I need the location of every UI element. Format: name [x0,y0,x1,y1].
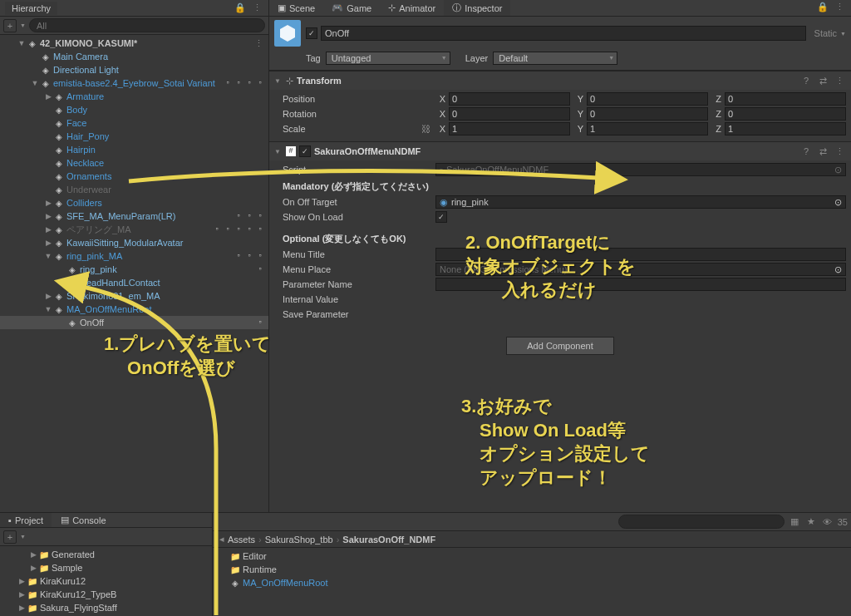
foldout-icon[interactable]: ▶ [28,550,38,559]
foldout-icon[interactable]: ▶ [43,212,53,220]
hierarchy-item[interactable]: ▶◈KawaiiSitting_ModularAvatar [0,236,268,249]
asset-row[interactable]: ◈MA_OnOffMenuRoot [213,576,851,589]
project-tab[interactable]: ▪ Project [0,513,52,527]
hierarchy-item[interactable]: ▶◈SFE_MA_MenuParam(LR)▫▫▫ [0,209,268,223]
folder-row[interactable]: ▶📁Sakura_FlyingStaff [0,601,212,614]
constrain-icon[interactable]: ⛓ [419,122,432,136]
hierarchy-item[interactable]: ▼◈ring_pink_MA▫▫▫ [0,249,268,263]
menu-place-field[interactable]: None (VRC Expressions Menu)⊙ [435,263,846,276]
component-menu-icon[interactable]: ⋮ [833,74,846,87]
static-dropdown-icon[interactable]: ▼ [840,31,846,37]
preset-icon[interactable]: ⇄ [816,145,829,158]
foldout-icon[interactable]: ▼ [43,305,53,313]
object-picker-icon[interactable]: ⊙ [834,165,842,175]
folder-row[interactable]: ▶📁Sample [0,561,212,574]
hierarchy-search-input[interactable] [29,18,265,32]
folder-row[interactable]: ▶📁KiraKuru12 [0,574,212,588]
hierarchy-menu-icon[interactable]: ⋮ [250,2,263,15]
tab-scene[interactable]: ▣Scene [269,0,323,16]
add-component-button[interactable]: Add Component [506,337,614,355]
foldout-icon[interactable]: ▼ [274,77,283,85]
position-y-field[interactable] [587,92,708,106]
show-on-load-checkbox[interactable]: ✓ [435,211,447,223]
foldout-icon[interactable]: ▶ [43,225,53,234]
help-icon[interactable]: ? [799,145,813,158]
breadcrumb-root[interactable]: Assets [228,535,255,545]
foldout-icon[interactable]: ▶ [43,92,53,101]
preset-icon[interactable]: ⇄ [816,74,829,87]
scale-x-field[interactable] [449,122,570,136]
menu-title-field[interactable] [435,248,846,261]
inspector-menu-icon[interactable]: ⋮ [833,0,846,13]
add-asset-button[interactable]: + [3,530,17,544]
hierarchy-item[interactable]: ◈OnOff▫ [0,316,268,329]
favorite-icon[interactable]: ★ [804,515,818,529]
tab-inspector[interactable]: ⓘInspector [444,0,510,16]
tag-dropdown[interactable]: Untagged [326,52,450,65]
position-x-field[interactable] [449,92,570,106]
hierarchy-item[interactable]: ▶◈Armature [0,90,268,103]
add-menu-button[interactable]: + [3,19,17,32]
foldout-icon[interactable]: ▼ [43,252,53,260]
hierarchy-item[interactable]: ◈Necklace [0,156,268,170]
onoff-target-field[interactable]: ◉ ring_pink ⊙ [435,195,846,209]
scene-row[interactable]: ▼ ◈ 42_KIMONO_KASUMI* ⋮ [0,37,268,50]
foldout-icon[interactable]: ▼ [274,148,283,155]
foldout-icon[interactable]: ▶ [17,604,27,612]
hierarchy-item[interactable]: ▶◈Colliders [0,196,268,209]
breadcrumb-mid[interactable]: SakuraShop_tbb [265,535,333,545]
scale-z-field[interactable] [725,122,846,136]
foldout-icon[interactable]: ▼ [30,79,40,87]
breadcrumb-back-icon[interactable]: ◂ [219,534,224,545]
hierarchy-item[interactable]: ◈Underwear [0,183,268,196]
hierarchy-item[interactable]: ◈Ornaments [0,170,268,183]
rotation-y-field[interactable] [587,107,708,121]
foldout-icon[interactable]: ▶ [28,564,38,572]
hierarchy-item[interactable]: ◈Hair_Pony [0,130,268,143]
object-picker-icon[interactable]: ⊙ [834,264,842,275]
hierarchy-item[interactable]: ▶◈ペアリング_MA▫▫▫▫▫ [0,223,268,236]
folder-row[interactable]: ▶📁KiraKuru12_TypeB [0,588,212,601]
layer-dropdown[interactable]: Default [493,52,617,65]
hierarchy-item[interactable]: ◈ring_pink▫ [0,263,268,276]
hierarchy-lock-icon[interactable]: 🔒 [234,2,247,15]
foldout-icon[interactable]: ▶ [17,590,27,599]
hierarchy-tab[interactable]: Hierarchy [5,2,57,15]
component-enabled-checkbox[interactable]: ✓ [299,145,311,157]
gameobject-icon[interactable] [274,20,301,47]
tab-game[interactable]: 🎮Game [323,0,380,16]
gameobject-active-checkbox[interactable]: ✓ [306,27,317,39]
inspector-lock-icon[interactable]: 🔒 [816,0,829,13]
hierarchy-item[interactable]: ◈HeadHandLContact [0,276,268,289]
component-menu-icon[interactable]: ⋮ [833,145,846,158]
asset-row[interactable]: 📁Runtime [213,563,851,576]
hierarchy-item[interactable]: ◈Main Camera [0,50,268,63]
hierarchy-item[interactable]: ▶◈SK_kimono01_em_MA [0,289,268,303]
param-name-field[interactable] [435,278,846,291]
foldout-icon[interactable]: ▶ [43,292,53,300]
scene-menu-icon[interactable]: ⋮ [252,37,265,50]
position-z-field[interactable] [725,92,846,106]
object-picker-icon[interactable]: ⊙ [834,197,842,208]
hierarchy-item[interactable]: ◈Body [0,103,268,116]
rotation-z-field[interactable] [725,107,846,121]
hierarchy-item[interactable]: ▼◈emistia-base2.4_Eyebrow_Sotai Variant▫… [0,76,268,90]
tab-animator[interactable]: ⊹Animator [380,0,444,16]
hierarchy-item[interactable]: ◈Hairpin [0,143,268,156]
foldout-icon[interactable]: ▶ [43,239,53,247]
breadcrumb-leaf[interactable]: SakurasOnOff_NDMF [342,535,435,545]
hierarchy-item[interactable]: ▼◈MA_OnOffMenuRoot [0,303,268,316]
foldout-icon[interactable]: ▶ [17,577,27,585]
rotation-x-field[interactable] [449,107,570,121]
project-search-input[interactable] [618,515,785,529]
gameobject-name-field[interactable] [321,26,806,41]
scale-y-field[interactable] [587,122,708,136]
hierarchy-item[interactable]: ◈Face [0,116,268,130]
help-icon[interactable]: ? [799,74,813,87]
search-filter-icon[interactable]: ▦ [788,515,801,529]
hierarchy-item[interactable]: ◈Directional Light [0,63,268,76]
folder-row[interactable]: ▶📁Generated [0,548,212,561]
foldout-icon[interactable]: ▶ [43,199,53,207]
asset-row[interactable]: 📁Editor [213,549,851,563]
visibility-icon[interactable]: 👁 [821,515,834,529]
